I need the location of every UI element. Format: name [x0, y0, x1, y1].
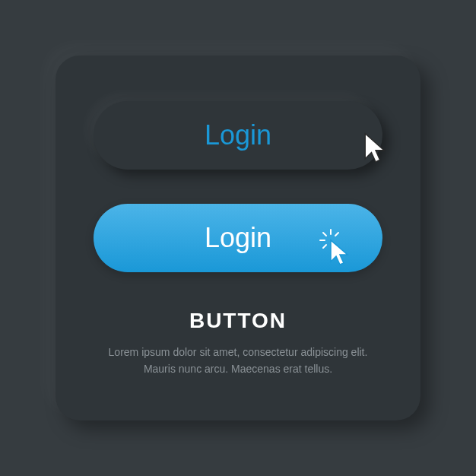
login-button-dark-label: Login [205, 119, 271, 151]
section-heading: BUTTON [189, 309, 287, 333]
login-button-blue-label: Login [205, 222, 271, 254]
cursor-click-icon [316, 225, 361, 271]
svg-line-4 [323, 245, 326, 248]
svg-line-3 [335, 233, 338, 236]
section-description: Lorem ipsum dolor sit amet, consectetur … [94, 344, 382, 378]
login-button-dark[interactable]: Login [94, 101, 382, 170]
svg-line-2 [323, 233, 326, 236]
login-button-blue[interactable]: Login [94, 204, 382, 272]
neumorphic-card: Login Login BUTTON Lorem ipsum dolor sit… [56, 56, 420, 420]
cursor-arrow-icon [363, 132, 389, 165]
